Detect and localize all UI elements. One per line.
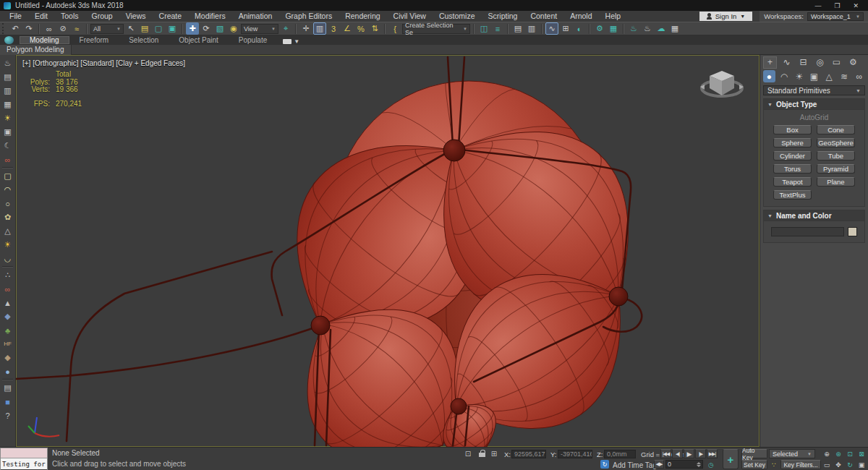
play-button[interactable]: ▶	[684, 449, 694, 458]
workspace-dropdown[interactable]: Workspace_1 ▼	[807, 12, 864, 21]
selection-filter-dropdown[interactable]: All▼	[90, 24, 124, 34]
render-setup-icon[interactable]: ⚙	[593, 22, 606, 35]
sign-in-button[interactable]: Sign In ▼	[699, 12, 753, 21]
zoom-extents-all-icon[interactable]: ⊠	[856, 449, 867, 458]
menu-customize[interactable]: Customize	[433, 12, 482, 20]
selection-lock-icon[interactable]	[479, 453, 485, 457]
set-keys-button[interactable]: +	[723, 449, 739, 469]
redo-icon[interactable]: ↷	[22, 22, 35, 35]
plane-primitive-icon[interactable]: ▢	[1, 169, 14, 183]
zoom-extents-icon[interactable]: ⊡	[845, 449, 855, 458]
unlink-icon[interactable]: ⊘	[56, 22, 69, 35]
bind-spacewarp-icon[interactable]: ≈	[70, 22, 83, 35]
dome2-primitive-icon[interactable]: ◡	[1, 252, 14, 265]
data-grid-icon[interactable]: ▦	[1, 98, 14, 111]
menu-graph-editors[interactable]: Graph Editors	[278, 12, 339, 20]
named-selection-dropdown[interactable]: Create Selection Se▼	[402, 24, 470, 34]
cone-primitive-icon[interactable]: △	[1, 224, 14, 238]
material-editor-icon[interactable]: ◐	[573, 22, 586, 35]
help-icon[interactable]: ?	[1, 409, 14, 422]
teapot-icon[interactable]: ♨	[1, 56, 14, 70]
modify-tab[interactable]: ∿	[780, 56, 793, 69]
selection-set-dropdown[interactable]: Selected ▼	[769, 449, 815, 458]
menu-modifiers[interactable]: Modifiers	[188, 12, 232, 20]
layer-manager-icon[interactable]: ▤	[511, 22, 524, 35]
key-filter-icon[interactable]: ∵	[769, 460, 779, 469]
menu-arnold[interactable]: Arnold	[563, 12, 598, 20]
menu-rendering[interactable]: Rendering	[339, 12, 386, 20]
absolute-mode-icon[interactable]: ⊞	[489, 449, 499, 458]
macro-recorder-line[interactable]	[1, 448, 47, 458]
select-move-icon[interactable]: ✚	[186, 22, 199, 35]
autogrid-checkbox[interactable]: AutoGrid	[764, 110, 864, 123]
add-time-tag[interactable]: Add Time Tag	[613, 461, 657, 469]
viewport[interactable]: [+] [Orthographic] [Standard] [Clay + Ed…	[16, 55, 760, 447]
undo-icon[interactable]: ↶	[9, 22, 22, 35]
menu-civil-view[interactable]: Civil View	[387, 12, 433, 20]
menu-tools[interactable]: Tools	[54, 12, 85, 20]
x-coordinate-field[interactable]: 92595,617	[511, 450, 546, 458]
pan-hand-icon[interactable]: ✥	[833, 460, 843, 469]
clipboard-icon[interactable]: ▤	[1, 381, 14, 395]
render-cloud-icon[interactable]: ☁	[655, 22, 668, 35]
geometry-category[interactable]: ●	[763, 70, 775, 82]
object-color-swatch[interactable]	[848, 227, 857, 236]
select-object-icon[interactable]: ↖	[124, 22, 137, 35]
reference-coordsys-dropdown[interactable]: View▼	[241, 24, 278, 34]
ring-primitive-icon[interactable]: ○	[1, 197, 14, 210]
object-type-rollout-header[interactable]: ▼ Object Type	[764, 99, 864, 110]
primitive-button-cone[interactable]: Cone	[817, 125, 855, 134]
key-filters-button[interactable]: Key Filters...	[780, 460, 821, 469]
previous-frame-button[interactable]: ◀|	[672, 449, 683, 458]
primitive-button-geosphere[interactable]: GeoSphere	[817, 138, 855, 148]
select-manipulate-icon[interactable]: ✛	[299, 22, 312, 35]
select-place-icon[interactable]: ◉	[227, 22, 240, 35]
rock-blue-icon[interactable]: ◆	[1, 309, 14, 323]
set-key-button[interactable]: Set Key	[741, 460, 767, 469]
isolate-selection-icon[interactable]: ⊡	[463, 449, 473, 458]
particles-icon[interactable]: ∴	[1, 268, 14, 282]
menu-help[interactable]: Help	[599, 12, 628, 20]
primitive-button-pyramid[interactable]: Pyramid	[817, 164, 855, 174]
select-by-name-icon[interactable]: ▤	[138, 22, 151, 35]
foliage-icon[interactable]: ♣	[1, 323, 14, 337]
maximize-button[interactable]: ❐	[834, 2, 840, 9]
scene-list-icon[interactable]: ▥	[1, 84, 14, 98]
time-configuration-icon[interactable]: ◷	[706, 460, 716, 469]
mirror-icon[interactable]: ◫	[477, 22, 490, 35]
create-tab[interactable]: +	[763, 56, 777, 69]
moon-icon[interactable]: ☾	[1, 139, 14, 153]
y-coordinate-field[interactable]: -39701,416	[558, 450, 592, 458]
rock-tan-icon[interactable]: ◆	[1, 351, 14, 364]
polygon-modeling-panel[interactable]: Polygon Modeling	[0, 45, 72, 55]
motion-tab[interactable]: ◎	[813, 56, 827, 69]
spacewarps-category[interactable]: ≋	[838, 70, 851, 82]
select-link-icon[interactable]: ∞	[43, 22, 56, 35]
systems-category[interactable]: ∞	[853, 70, 865, 82]
hierarchy-tab[interactable]: ⊟	[796, 56, 810, 69]
view-cube[interactable]	[694, 64, 748, 110]
utilities-tab[interactable]: ⚙	[846, 56, 860, 69]
close-button[interactable]: ✕	[853, 2, 859, 9]
scene-explorer-icon[interactable]: ▥	[525, 22, 538, 35]
viewport-label[interactable]: [+] [Orthographic] [Standard] [Clay + Ed…	[22, 59, 185, 67]
ribbon-tab-modeling[interactable]: Modeling	[20, 36, 69, 44]
snap-toggle-icon[interactable]: 3	[327, 22, 340, 35]
dome-primitive-icon[interactable]: ◠	[1, 183, 14, 197]
curve-editor-icon[interactable]: ∿	[545, 22, 558, 35]
maxscript-mini-listener[interactable]: Testing for ;	[0, 448, 48, 470]
named-selection-sets-icon[interactable]: {	[388, 22, 401, 35]
zoom-icon[interactable]: ⊕	[822, 449, 832, 458]
menu-scripting[interactable]: Scripting	[482, 12, 524, 20]
object-name-field[interactable]	[771, 227, 844, 236]
menu-group[interactable]: Group	[85, 12, 119, 20]
menu-content[interactable]: Content	[524, 12, 563, 20]
maximize-viewport-icon[interactable]: ▣	[856, 460, 867, 469]
atoms-icon[interactable]: ∞	[1, 282, 14, 296]
camera-pyramid-icon[interactable]: ▲	[1, 296, 14, 309]
display-tab[interactable]: ▭	[830, 56, 843, 69]
primitive-button-teapot[interactable]: Teapot	[773, 177, 812, 187]
primitive-button-box[interactable]: Box	[773, 125, 812, 134]
primitive-button-tube[interactable]: Tube	[817, 151, 855, 161]
shapes-category[interactable]: ◠	[778, 70, 791, 82]
